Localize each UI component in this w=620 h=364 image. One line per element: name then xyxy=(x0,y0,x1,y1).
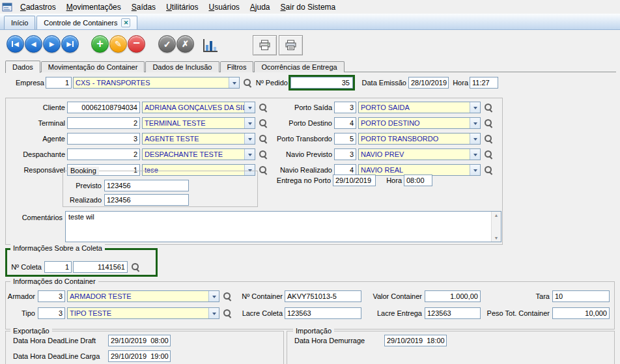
subtab-ocorrencias[interactable]: Ocorrências de Entrega xyxy=(254,61,344,72)
navio-realizado-search-button[interactable] xyxy=(483,165,494,175)
chevron-down-icon[interactable] xyxy=(244,118,255,128)
tipo-search-button[interactable] xyxy=(222,308,232,318)
menu-cadastros[interactable]: Cadastros xyxy=(15,1,61,13)
porto-transbordo-code-input[interactable]: 5 xyxy=(334,133,356,145)
last-record-button[interactable]: ▶ xyxy=(61,35,79,53)
hora-emissao-input[interactable]: 11:27 xyxy=(470,77,498,89)
armador-search-button[interactable] xyxy=(222,291,232,301)
subtab-movimentacao[interactable]: Movimentação do Container xyxy=(41,61,145,72)
insert-record-button[interactable]: + xyxy=(91,35,109,53)
chevron-down-icon[interactable] xyxy=(244,133,255,144)
peso-container-input[interactable]: 10,000 xyxy=(552,307,610,319)
porto-transbordo-select[interactable]: PORTO TRANSBORDO xyxy=(358,133,481,145)
lacre-entrega-input[interactable]: 123563 xyxy=(425,307,481,319)
pencil-icon: ✎ xyxy=(115,40,122,48)
menu-usuarios[interactable]: Usuários xyxy=(203,1,244,13)
comentarios-textarea[interactable]: teste wil ▲▼ xyxy=(65,211,501,242)
navio-previsto-code-input[interactable]: 3 xyxy=(334,148,356,160)
cancel-button[interactable]: ✗ xyxy=(176,35,194,53)
tara-input[interactable]: 10 xyxy=(552,290,610,302)
menu-ajuda[interactable]: Ajuda xyxy=(245,1,275,13)
tab-controle-containers[interactable]: Controle de Containers ✕ xyxy=(36,16,137,29)
booking-previsto-input[interactable]: 123456 xyxy=(104,180,189,191)
porto-saida-code-input[interactable]: 3 xyxy=(334,102,356,113)
chevron-down-icon[interactable] xyxy=(208,291,219,301)
porto-destino-search-button[interactable] xyxy=(483,118,494,128)
chevron-down-icon[interactable] xyxy=(229,77,239,88)
first-record-button[interactable]: ◀ xyxy=(7,35,24,53)
booking-realizado-input[interactable]: 123456 xyxy=(104,194,189,206)
menu-sair[interactable]: Sair do Sistema xyxy=(275,1,341,13)
agente-code-input[interactable]: 3 xyxy=(67,133,140,145)
coleta-search-button[interactable] xyxy=(130,262,141,272)
delete-record-button[interactable]: − xyxy=(128,35,145,53)
entrega-porto-date-input[interactable]: 29/10/2019 xyxy=(333,175,376,186)
menu-movimentacoes[interactable]: Movimentações xyxy=(61,1,126,13)
deadline-draft-input[interactable]: 29/10/2019 08:00 xyxy=(108,335,171,346)
porto-transbordo-search-button[interactable] xyxy=(483,133,494,144)
cliente-code-input[interactable]: 00062108794034 xyxy=(67,102,140,113)
chevron-down-icon[interactable] xyxy=(470,165,480,175)
despachante-code-input[interactable]: 2 xyxy=(67,148,140,160)
close-icon[interactable]: ✕ xyxy=(121,18,130,27)
navio-previsto-select[interactable]: NAVIO PREV xyxy=(358,148,481,160)
valor-container-label: Valor Container xyxy=(365,292,422,301)
booking-realizado-label: Realizado xyxy=(65,196,102,204)
empresa-search-button[interactable] xyxy=(242,77,253,88)
subtab-filtros[interactable]: Filtros xyxy=(220,61,254,72)
app-window: Cadastros Movimentações Saídas Utilitári… xyxy=(0,0,620,364)
coleta-value-input[interactable]: 1141561 xyxy=(73,261,128,273)
chevron-down-icon[interactable] xyxy=(470,102,480,113)
chevron-down-icon[interactable] xyxy=(470,149,480,160)
empresa-select[interactable]: CXS - TRANSPORTES xyxy=(73,77,240,89)
ncontainer-input[interactable]: AKVY751013-5 xyxy=(285,290,361,302)
next-record-button[interactable]: ▶ xyxy=(43,35,61,53)
chevron-down-icon[interactable] xyxy=(244,102,255,113)
tab-inicio[interactable]: Início xyxy=(4,16,35,29)
chevron-down-icon[interactable] xyxy=(208,308,219,318)
chart-button[interactable] xyxy=(203,36,221,52)
entrega-porto-hora-input[interactable]: 08:00 xyxy=(404,175,432,186)
empresa-label: Empresa xyxy=(5,79,44,87)
deadline-carga-input[interactable]: 29/10/2019 19:00 xyxy=(108,350,171,362)
subtab-dados-inclusao[interactable]: Dados de Inclusão xyxy=(145,61,219,72)
agente-select[interactable]: AGENTE TESTE xyxy=(142,133,255,145)
menu-saidas[interactable]: Saídas xyxy=(126,1,161,13)
scroll-up-icon[interactable]: ▲ xyxy=(494,213,499,217)
coleta-code-input[interactable]: 1 xyxy=(44,261,72,273)
comentarios-scrollbar[interactable]: ▲▼ xyxy=(491,212,501,242)
armador-select[interactable]: ARMADOR TESTE xyxy=(67,290,219,302)
tipo-select[interactable]: TIPO TESTE xyxy=(67,307,219,319)
print-button[interactable] xyxy=(253,35,277,55)
edit-record-button[interactable]: ✎ xyxy=(109,35,127,53)
confirm-button[interactable]: ✓ xyxy=(158,35,176,53)
despachante-label: Despachante xyxy=(5,150,65,159)
porto-destino-code-input[interactable]: 4 xyxy=(334,117,356,129)
valor-container-input[interactable]: 1.000,00 xyxy=(425,290,481,302)
data-emissao-label: Data Emissão xyxy=(358,79,406,87)
menu-utilitarios[interactable]: Utilitários xyxy=(161,1,203,13)
empresa-code-input[interactable]: 1 xyxy=(46,77,72,89)
subtab-dados[interactable]: Dados xyxy=(5,61,40,73)
porto-saida-search-button[interactable] xyxy=(483,102,494,113)
chevron-down-icon[interactable] xyxy=(470,118,480,128)
scroll-down-icon[interactable]: ▼ xyxy=(494,236,499,240)
chevron-down-icon[interactable] xyxy=(244,149,255,160)
cliente-select[interactable]: ADRIANA GONÇALVES DA SILVA xyxy=(142,102,255,113)
armador-code-input[interactable]: 3 xyxy=(38,290,65,302)
tipo-code-input[interactable]: 3 xyxy=(38,307,65,319)
despachante-select[interactable]: DESPACHANTE TESTE xyxy=(142,148,255,160)
terminal-select[interactable]: TERMINAL TESTE xyxy=(142,117,255,129)
porto-destino-select[interactable]: PORTO DESTINO xyxy=(358,117,481,129)
pedido-input[interactable]: 35 xyxy=(290,77,353,89)
print-report-button[interactable] xyxy=(279,35,303,55)
prior-record-button[interactable]: ◀ xyxy=(25,35,42,53)
data-emissao-input[interactable]: 28/10/2019 xyxy=(408,77,449,89)
terminal-code-input[interactable]: 2 xyxy=(67,117,140,129)
navio-previsto-search-button[interactable] xyxy=(483,149,494,160)
lacre-coleta-input[interactable]: 123563 xyxy=(285,307,361,319)
porto-destino-select-value: PORTO DESTINO xyxy=(359,119,470,127)
porto-saida-select[interactable]: PORTO SAIDA xyxy=(358,102,481,113)
demurrage-input[interactable]: 29/10/2019 18:00 xyxy=(384,335,447,346)
chevron-down-icon[interactable] xyxy=(470,133,480,144)
